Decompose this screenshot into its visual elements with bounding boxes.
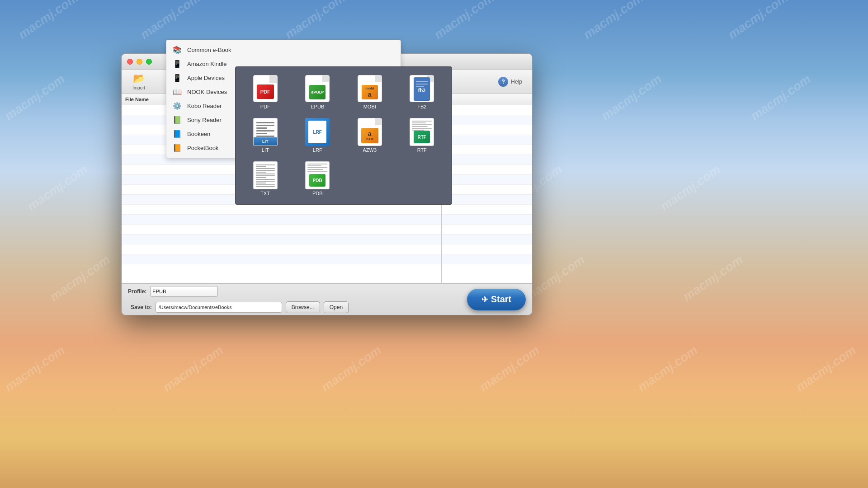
pdb-format-icon: PDB	[304, 162, 331, 189]
status-row	[442, 244, 532, 254]
import-button[interactable]: 📂 Import	[127, 71, 151, 92]
profile-input[interactable]	[150, 286, 218, 297]
start-icon: ✈	[481, 295, 488, 305]
status-row	[442, 115, 532, 125]
table-row	[122, 225, 441, 235]
dropdown-label-amazon: Amazon Kindle	[187, 61, 226, 67]
start-label: Start	[491, 294, 512, 305]
format-item-txt[interactable]: TXT	[241, 159, 290, 199]
dropdown-label-kobo: Kobo Reader	[187, 103, 222, 109]
epub-format-icon: ePUBℯ	[304, 75, 331, 102]
format-item-pdb[interactable]: PDB PDB	[293, 159, 342, 199]
table-row	[122, 244, 441, 254]
status-row	[442, 215, 532, 225]
dropdown-label-sony: Sony Reader	[187, 117, 222, 123]
profile-label: Profile:	[128, 288, 146, 295]
status-header	[442, 94, 532, 105]
mobi-label: MOBI	[363, 104, 376, 109]
status-row	[442, 135, 532, 145]
txt-format-icon	[252, 162, 279, 189]
help-icon: ?	[498, 77, 508, 87]
bookeen-icon: 📘	[173, 130, 182, 138]
format-item-rtf[interactable]: RTF RTF	[398, 116, 447, 155]
fb2-label: FB2	[417, 104, 426, 109]
status-row	[442, 254, 532, 264]
bottom-content: Profile: Save to: Browse... Open	[128, 286, 462, 313]
help-label: Help	[511, 79, 522, 85]
profile-row: Profile:	[128, 286, 462, 297]
open-button[interactable]: Open	[324, 301, 349, 313]
table-row	[122, 205, 441, 215]
status-row	[442, 235, 532, 244]
minimize-button[interactable]	[137, 59, 142, 65]
window-controls	[127, 59, 152, 65]
start-button[interactable]: ✈ Start	[467, 289, 526, 310]
mobi-format-icon: mobi a	[356, 75, 383, 102]
nook-icon: 📖	[173, 88, 182, 96]
dropdown-label-pocketbook: PocketBook	[187, 145, 218, 151]
sony-icon: 📗	[173, 116, 182, 124]
format-item-pdf[interactable]: PDF PDF	[241, 72, 290, 112]
rtf-format-icon: RTF	[408, 118, 435, 145]
status-row	[442, 145, 532, 155]
close-button[interactable]	[127, 59, 133, 65]
status-row	[442, 155, 532, 165]
status-row	[442, 185, 532, 195]
svg-text:fb2: fb2	[418, 87, 426, 94]
saveto-row: Save to: Browse... Open	[128, 301, 462, 313]
status-row	[442, 105, 532, 115]
saveto-label: Save to:	[131, 304, 152, 310]
format-item-fb2[interactable]: fb2 FB2	[398, 72, 447, 112]
format-item-lrf[interactable]: LRF LRF	[293, 116, 342, 155]
azw3-format-icon: a KF8	[356, 118, 383, 145]
pdb-label: PDB	[312, 191, 323, 196]
saveto-input[interactable]	[156, 302, 282, 313]
status-row	[442, 205, 532, 215]
format-item-lit[interactable]: LIT LIT	[241, 116, 290, 155]
status-rows	[442, 105, 532, 295]
import-icon: 📂	[133, 73, 145, 84]
dropdown-label-common: Common e-Book	[187, 47, 231, 53]
lit-format-icon: LIT	[252, 118, 279, 145]
pdf-format-icon: PDF	[252, 75, 279, 102]
status-row	[442, 225, 532, 235]
kobo-icon: ⚙️	[173, 102, 182, 110]
format-item-azw3[interactable]: a KF8 AZW3	[345, 116, 394, 155]
lit-label: LIT	[262, 147, 269, 153]
amazon-icon: 📱	[173, 60, 182, 68]
apple-icon: 📱	[173, 74, 182, 82]
dropdown-label-bookeen: Bookeen	[187, 131, 210, 137]
import-label: Import	[132, 85, 145, 90]
table-row	[122, 215, 441, 225]
browse-button[interactable]: Browse...	[286, 301, 320, 313]
status-row	[442, 195, 532, 205]
help-button[interactable]: ? Help	[494, 75, 527, 89]
format-grid: PDF PDF ePUBℯ EPUB mobi a MOBI	[235, 66, 452, 205]
status-row	[442, 165, 532, 175]
lrf-label: LRF	[313, 147, 322, 153]
dropdown-label-nook: NOOK Devices	[187, 89, 227, 95]
dropdown-item-common[interactable]: 📚 Common e-Book	[166, 43, 401, 57]
table-row	[122, 254, 441, 264]
lrf-format-icon: LRF	[304, 118, 331, 145]
rtf-label: RTF	[417, 147, 427, 153]
fb2-format-icon: fb2	[408, 75, 435, 102]
txt-label: TXT	[260, 191, 270, 196]
pocketbook-icon: 📙	[173, 144, 182, 152]
status-row	[442, 125, 532, 135]
table-row	[122, 235, 441, 244]
azw3-label: AZW3	[363, 147, 377, 153]
status-row	[442, 175, 532, 185]
format-item-epub[interactable]: ePUBℯ EPUB	[293, 72, 342, 112]
epub-label: EPUB	[311, 104, 324, 109]
maximize-button[interactable]	[146, 59, 152, 65]
pdf-label: PDF	[260, 104, 270, 109]
format-item-mobi[interactable]: mobi a MOBI	[345, 72, 394, 112]
dropdown-label-apple: Apple Devices	[187, 75, 225, 81]
status-panel	[442, 94, 532, 283]
common-icon: 📚	[173, 46, 182, 54]
